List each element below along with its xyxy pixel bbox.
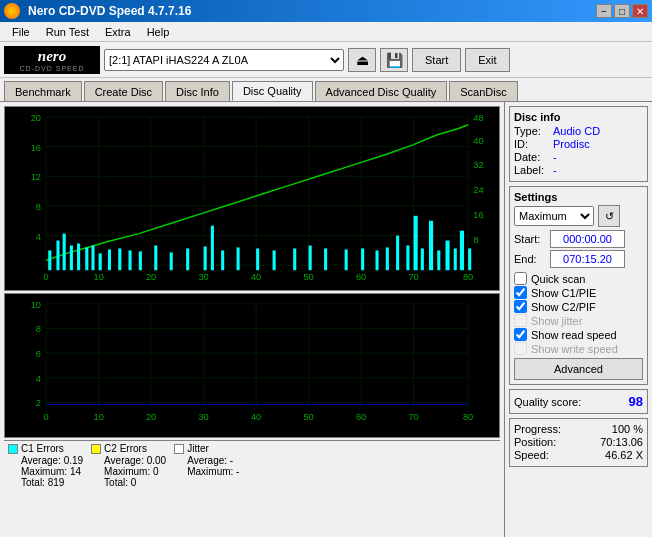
svg-rect-52 bbox=[211, 226, 214, 271]
tab-scan-disc[interactable]: ScanDisc bbox=[449, 81, 517, 101]
progress-panel: Progress: 100 % Position: 70:13.06 Speed… bbox=[509, 418, 648, 467]
minimize-button[interactable]: − bbox=[596, 4, 612, 18]
show-jitter-checkbox[interactable] bbox=[514, 314, 527, 327]
svg-text:16: 16 bbox=[31, 143, 41, 153]
svg-rect-45 bbox=[118, 248, 121, 270]
start-button[interactable]: Start bbox=[412, 48, 461, 72]
svg-rect-73 bbox=[468, 248, 471, 270]
svg-text:80: 80 bbox=[463, 272, 473, 282]
disc-info-title: Disc info bbox=[514, 111, 643, 123]
speed-select[interactable]: Maximum bbox=[514, 206, 594, 226]
save-button[interactable]: 💾 bbox=[380, 48, 408, 72]
svg-rect-49 bbox=[170, 252, 173, 270]
end-time-input[interactable] bbox=[550, 250, 625, 268]
advanced-button[interactable]: Advanced bbox=[514, 358, 643, 380]
jitter-avg-label: Average: bbox=[187, 455, 227, 466]
show-c2-label: Show C2/PIF bbox=[531, 301, 596, 313]
svg-rect-42 bbox=[91, 245, 94, 270]
svg-rect-51 bbox=[204, 246, 207, 270]
exit-button[interactable]: Exit bbox=[465, 48, 509, 72]
svg-rect-46 bbox=[129, 250, 132, 270]
speed-value: 46.62 X bbox=[605, 449, 643, 461]
svg-text:40: 40 bbox=[473, 136, 483, 146]
speed-row: Speed: 46.62 X bbox=[514, 449, 643, 461]
quality-score-label: Quality score: bbox=[514, 396, 581, 408]
tab-bar: Benchmark Create Disc Disc Info Disc Qua… bbox=[0, 78, 652, 102]
menu-help[interactable]: Help bbox=[139, 24, 178, 40]
svg-text:70: 70 bbox=[408, 272, 418, 282]
c1-avg-label: Average: bbox=[21, 455, 61, 466]
svg-text:8: 8 bbox=[36, 325, 41, 335]
toolbar: nero CD-DVD SPEED [2:1] ATAPI iHAS224 A … bbox=[0, 42, 652, 78]
c2-max-value: 0 bbox=[153, 466, 159, 477]
show-c1-row: Show C1/PIE bbox=[514, 286, 643, 299]
show-c1-checkbox[interactable] bbox=[514, 286, 527, 299]
c2-total-value: 0 bbox=[131, 477, 137, 488]
svg-text:20: 20 bbox=[31, 113, 41, 123]
svg-rect-56 bbox=[273, 250, 276, 270]
svg-rect-55 bbox=[256, 248, 259, 270]
label-value: - bbox=[553, 164, 557, 176]
show-read-speed-row: Show read speed bbox=[514, 328, 643, 341]
svg-rect-58 bbox=[309, 245, 312, 270]
svg-rect-72 bbox=[460, 231, 464, 271]
c1-stats: Average: 0.19 Maximum: 14 Total: 819 bbox=[8, 455, 83, 488]
svg-text:50: 50 bbox=[303, 412, 313, 422]
type-label: Type: bbox=[514, 125, 549, 137]
type-value: Audio CD bbox=[553, 125, 600, 137]
start-time-input[interactable] bbox=[550, 230, 625, 248]
date-label: Date: bbox=[514, 151, 549, 163]
svg-rect-61 bbox=[361, 248, 364, 270]
svg-rect-71 bbox=[454, 248, 457, 270]
tab-benchmark[interactable]: Benchmark bbox=[4, 81, 82, 101]
svg-text:30: 30 bbox=[198, 272, 208, 282]
show-write-speed-checkbox[interactable] bbox=[514, 342, 527, 355]
show-jitter-row: Show jitter bbox=[514, 314, 643, 327]
svg-rect-47 bbox=[139, 251, 142, 270]
eject-button[interactable]: ⏏ bbox=[348, 48, 376, 72]
maximize-button[interactable]: □ bbox=[614, 4, 630, 18]
id-label: ID: bbox=[514, 138, 549, 150]
svg-rect-65 bbox=[406, 245, 409, 270]
speed-row: Maximum ↺ bbox=[514, 205, 643, 227]
main-content: 20 16 12 8 4 48 40 32 24 16 8 0 10 20 30… bbox=[0, 102, 652, 537]
menu-extra[interactable]: Extra bbox=[97, 24, 139, 40]
menu-file[interactable]: File bbox=[4, 24, 38, 40]
jitter-label: Jitter bbox=[187, 443, 209, 454]
jitter-max-label: Maximum: bbox=[187, 466, 233, 477]
svg-text:10: 10 bbox=[94, 272, 104, 282]
tab-disc-quality[interactable]: Disc Quality bbox=[232, 81, 313, 101]
right-panel: Disc info Type: Audio CD ID: Prodisc Dat… bbox=[504, 102, 652, 537]
jitter-stats: Average: - Maximum: - bbox=[174, 455, 239, 477]
svg-rect-67 bbox=[421, 248, 424, 270]
drive-select[interactable]: [2:1] ATAPI iHAS224 A ZL0A bbox=[104, 49, 344, 71]
svg-rect-66 bbox=[414, 216, 418, 270]
menu-run-test[interactable]: Run Test bbox=[38, 24, 97, 40]
svg-rect-37 bbox=[56, 241, 59, 271]
svg-rect-54 bbox=[237, 247, 240, 270]
c1-max-label: Maximum: bbox=[21, 466, 67, 477]
refresh-button[interactable]: ↺ bbox=[598, 205, 620, 227]
svg-rect-62 bbox=[376, 250, 379, 270]
tab-advanced-disc-quality[interactable]: Advanced Disc Quality bbox=[315, 81, 448, 101]
quick-scan-checkbox[interactable] bbox=[514, 272, 527, 285]
settings-panel: Settings Maximum ↺ Start: End: Quick sca… bbox=[509, 186, 648, 385]
svg-text:8: 8 bbox=[473, 235, 478, 245]
show-c2-checkbox[interactable] bbox=[514, 300, 527, 313]
tab-disc-info[interactable]: Disc Info bbox=[165, 81, 230, 101]
close-button[interactable]: ✕ bbox=[632, 4, 648, 18]
svg-text:60: 60 bbox=[356, 272, 366, 282]
c2-avg-label: Average: bbox=[104, 455, 144, 466]
svg-rect-43 bbox=[99, 253, 102, 270]
svg-text:20: 20 bbox=[146, 272, 156, 282]
c1-total-value: 819 bbox=[48, 477, 65, 488]
svg-rect-53 bbox=[221, 250, 224, 270]
svg-text:4: 4 bbox=[36, 232, 41, 242]
jitter-max-value: - bbox=[236, 466, 239, 477]
quality-score-value: 98 bbox=[629, 394, 643, 409]
tab-create-disc[interactable]: Create Disc bbox=[84, 81, 163, 101]
c1-avg-value: 0.19 bbox=[64, 455, 83, 466]
show-read-speed-checkbox[interactable] bbox=[514, 328, 527, 341]
svg-text:40: 40 bbox=[251, 272, 261, 282]
end-label: End: bbox=[514, 253, 546, 265]
